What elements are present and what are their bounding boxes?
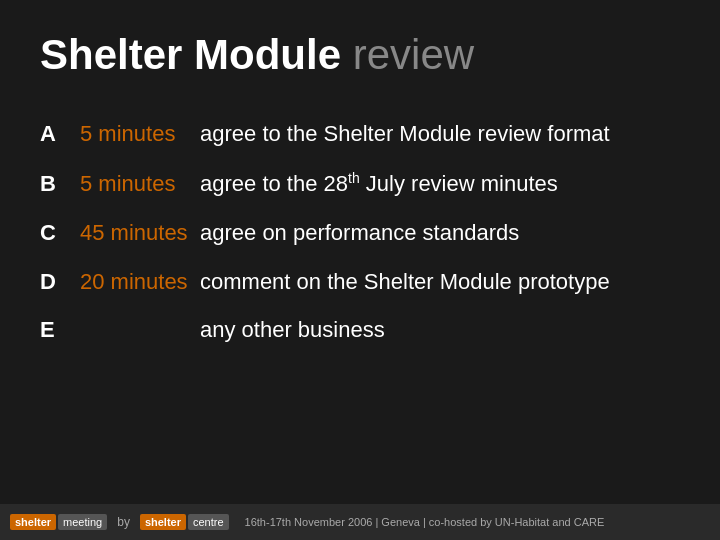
shelter-badge-group: shelter meeting (10, 514, 107, 530)
meeting-label: meeting (58, 514, 107, 530)
title-part1: Shelter Module (40, 31, 341, 78)
agenda-letter-d: D (40, 258, 80, 307)
agenda-desc-a: agree to the Shelter Module review forma… (200, 110, 680, 159)
page-title: Shelter Module review (40, 31, 474, 78)
agenda-desc-e: any other business (200, 306, 680, 355)
shelter-label: shelter (10, 514, 56, 530)
title-part2: review (353, 31, 474, 78)
centre-label: centre (188, 514, 229, 530)
agenda-letter-b: B (40, 159, 80, 209)
agenda-time-d: 20 minutes (80, 258, 200, 307)
table-row: A 5 minutes agree to the Shelter Module … (40, 110, 680, 159)
main-content: Shelter Module review A 5 minutes agree … (0, 0, 720, 375)
agenda-time-a: 5 minutes (80, 110, 200, 159)
agenda-desc-b: agree to the 28th July review minutes (200, 159, 680, 209)
agenda-desc-d: comment on the Shelter Module prototype (200, 258, 680, 307)
agenda-letter-a: A (40, 110, 80, 159)
table-row: B 5 minutes agree to the 28th July revie… (40, 159, 680, 209)
table-row: D 20 minutes comment on the Shelter Modu… (40, 258, 680, 307)
agenda-table: A 5 minutes agree to the Shelter Module … (40, 110, 680, 354)
agenda-time-b: 5 minutes (80, 159, 200, 209)
footer: shelter meeting by shelter centre 16th-1… (0, 504, 720, 540)
agenda-time-c: 45 minutes (80, 209, 200, 258)
agenda-letter-e: E (40, 306, 80, 355)
agenda-letter-c: C (40, 209, 80, 258)
title-row: Shelter Module review (40, 30, 680, 80)
agenda-desc-c: agree on performance standards (200, 209, 680, 258)
shelter-label-2: shelter (140, 514, 186, 530)
by-label: by (117, 515, 130, 529)
table-row: E any other business (40, 306, 680, 355)
shelter-centre-badge-group: shelter centre (140, 514, 229, 530)
agenda-time-e (80, 306, 200, 355)
footer-info: 16th-17th November 2006 | Geneva | co-ho… (245, 516, 605, 528)
table-row: C 45 minutes agree on performance standa… (40, 209, 680, 258)
